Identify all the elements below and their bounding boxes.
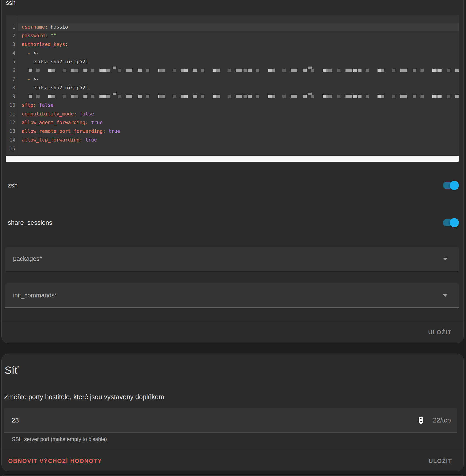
editor-line[interactable]: 6: [6, 66, 459, 75]
chevron-down-icon: [443, 294, 447, 297]
chevron-down-icon: [443, 258, 447, 260]
editor-line[interactable]: 13allow_remote_port_forwarding: true: [6, 127, 459, 136]
number-stepper-icon[interactable]: [419, 417, 423, 424]
editor-line[interactable]: 9: [6, 92, 459, 101]
reset-defaults-button[interactable]: OBNOVIT VÝCHOZÍ HODNOTY: [8, 458, 102, 464]
line-number: 14: [6, 136, 15, 144]
editor-line[interactable]: 3authorized_keys:: [6, 40, 459, 49]
editor-line[interactable]: 11compatibility_mode: false: [6, 109, 459, 118]
port-mapping-label: 22/tcp: [433, 408, 451, 433]
network-section-title: Síť: [5, 364, 19, 376]
line-number: 2: [6, 31, 15, 40]
line-number: 6: [6, 66, 15, 75]
packages-dropdown-label: packages*: [13, 247, 42, 271]
line-number: 15: [6, 144, 15, 153]
save-network-button[interactable]: ULOŽIT: [429, 458, 452, 464]
editor-horizontal-scrollbar[interactable]: [6, 156, 459, 162]
editor-line[interactable]: 12allow_agent_forwarding: true: [6, 118, 459, 127]
editor-line[interactable]: 4 - >-: [6, 49, 459, 57]
line-number: 5: [6, 57, 15, 66]
editor-line[interactable]: 8 ecdsa-sha2-nistp521: [6, 83, 459, 92]
editor-line[interactable]: 15: [6, 144, 459, 153]
line-number: 1: [6, 23, 15, 31]
toggle-label-share-sessions: share_sessions: [8, 219, 52, 226]
save-options-button[interactable]: ULOŽIT: [428, 329, 452, 336]
line-number: 3: [6, 40, 15, 49]
init-commands-dropdown[interactable]: init_commands*: [5, 283, 459, 308]
ssh-port-input[interactable]: 23 22/tcp: [4, 408, 457, 433]
line-number: 12: [6, 118, 15, 127]
line-number: 4: [6, 49, 15, 57]
yaml-editor-lines: 1username: hassio2password: ""3authorize…: [6, 15, 459, 153]
editor-line[interactable]: 1username: hassio: [6, 23, 459, 31]
zsh-toggle[interactable]: [443, 182, 458, 189]
share-sessions-toggle[interactable]: [443, 219, 458, 226]
toggle-thumb: [450, 181, 459, 190]
ssh-port-value[interactable]: 23: [12, 408, 19, 433]
line-number: 7: [6, 75, 15, 83]
ssh-port-helper-text: SSH server port (make empty to disable): [12, 436, 107, 442]
editor-line[interactable]: 2password: "": [6, 31, 459, 40]
yaml-field-label: ssh: [6, 0, 16, 6]
line-number: 11: [6, 109, 15, 118]
options-card-divider: [2, 321, 464, 321]
init-commands-dropdown-label: init_commands*: [13, 283, 57, 307]
line-number: 10: [6, 101, 15, 109]
editor-line[interactable]: 14allow_tcp_forwarding: true: [6, 136, 459, 144]
redacted-key-blur: [29, 95, 459, 98]
next-card-top-edge: [1, 475, 464, 476]
redacted-key-blur: [29, 69, 459, 72]
options-card: ssh 1username: hassio2password: ""3autho…: [1, 0, 464, 343]
network-section-description: Změňte porty hostitele, které jsou vysta…: [4, 393, 164, 401]
toggle-thumb: [450, 218, 459, 227]
network-card-divider: [2, 449, 464, 449]
line-number: 13: [6, 127, 15, 136]
packages-dropdown[interactable]: packages*: [5, 247, 459, 271]
editor-line[interactable]: 10sftp: false: [6, 101, 459, 109]
toggle-label-zsh: zsh: [8, 182, 18, 189]
line-number: 9: [6, 92, 15, 101]
editor-line[interactable]: 7 - >-: [6, 75, 459, 83]
line-number: 8: [6, 83, 15, 92]
yaml-editor[interactable]: 1username: hassio2password: ""3authorize…: [6, 15, 459, 156]
editor-line[interactable]: 5 ecdsa-sha2-nistp521: [6, 57, 459, 66]
addon-config-page: ssh 1username: hassio2password: ""3autho…: [0, 0, 466, 476]
